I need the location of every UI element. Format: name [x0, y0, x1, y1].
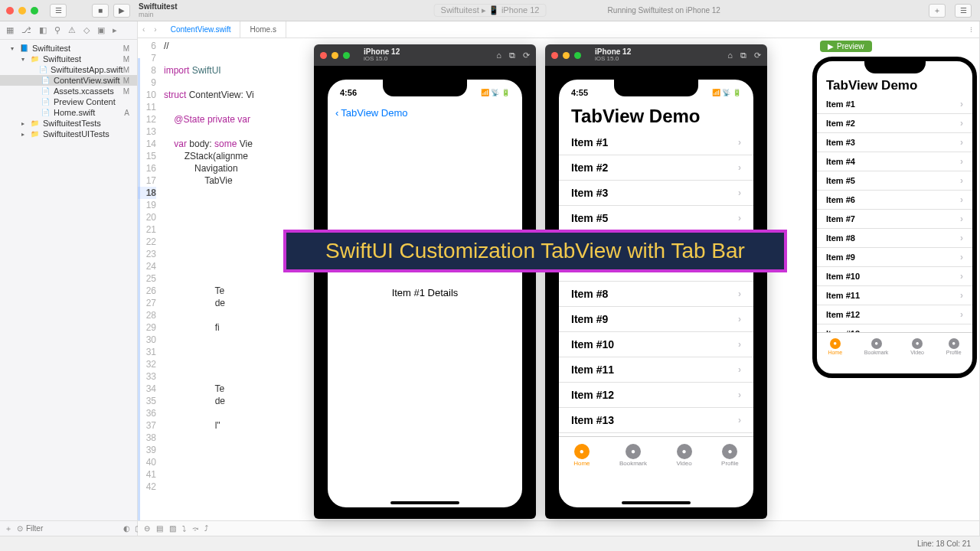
- breakpoint-navigator-icon[interactable]: ▸: [113, 25, 117, 35]
- bookmark-icon: ●: [871, 338, 882, 349]
- file-tree[interactable]: ▾📘SwiftuitestM ▾📁SwiftuitestM 📄Swiftuite…: [0, 40, 137, 520]
- toggle-inspectors-button[interactable]: ☰: [955, 4, 972, 18]
- home-icon[interactable]: ⌂: [496, 51, 501, 60]
- nav-forward-icon[interactable]: ›: [149, 25, 161, 34]
- list-item[interactable]: Item #6›: [817, 191, 972, 210]
- add-file-icon[interactable]: ＋: [5, 523, 12, 534]
- home-indicator[interactable]: [390, 501, 459, 504]
- screenshot-icon[interactable]: ⧉: [509, 51, 515, 60]
- tab-video[interactable]: ●Video: [910, 338, 924, 355]
- home-indicator[interactable]: [622, 501, 691, 504]
- sim-traffic-lights[interactable]: [320, 52, 350, 59]
- list-item[interactable]: Item #4›: [817, 152, 972, 171]
- step-icon[interactable]: ⤵: [182, 524, 186, 533]
- scheme-selector[interactable]: Swiftuitest main: [139, 2, 178, 18]
- tree-group[interactable]: ▸📁SwiftuitestUITests: [0, 129, 137, 139]
- list-item[interactable]: Item #10›: [559, 332, 753, 357]
- symbol-navigator-icon[interactable]: ◧: [39, 25, 47, 35]
- list-item[interactable]: Item #7›: [817, 210, 972, 229]
- nav-back-button[interactable]: ‹TabView Demo: [328, 101, 522, 124]
- source-control-icon[interactable]: ⎇: [21, 25, 31, 35]
- file-row[interactable]: 📄Assets.xcassetsM: [0, 86, 137, 96]
- tab-profile[interactable]: ●Profile: [946, 338, 962, 355]
- scheme-destination[interactable]: Swiftuitest ▸ 📱 iPhone 12: [434, 4, 547, 17]
- file-row[interactable]: 📄Preview Content: [0, 96, 137, 107]
- list-item[interactable]: Item #8›: [817, 229, 972, 248]
- list-item[interactable]: Item #9›: [559, 307, 753, 332]
- navigator-filter-bar: ＋ ⊙ ◐ ▢: [0, 520, 137, 536]
- file-row[interactable]: 📄SwiftuitestApp.swiftM: [0, 64, 137, 75]
- tab-home[interactable]: ●Home: [828, 338, 842, 355]
- list-item[interactable]: Item #3›: [559, 181, 753, 206]
- chevron-right-icon: ›: [960, 233, 963, 243]
- list-item[interactable]: Item #12›: [817, 305, 972, 324]
- tab-home[interactable]: Home.s: [240, 21, 286, 37]
- list-item[interactable]: Item #9›: [817, 248, 972, 267]
- list-item[interactable]: Item #2›: [817, 114, 972, 133]
- stop-button[interactable]: ■: [92, 4, 109, 18]
- chevron-right-icon: ›: [960, 271, 963, 282]
- toggle-navigator-button[interactable]: ☰: [50, 4, 67, 18]
- chevron-right-icon: ›: [738, 187, 741, 198]
- chevron-right-icon: ›: [738, 339, 741, 350]
- preview-badge[interactable]: ▶ Preview: [820, 41, 872, 52]
- window-traffic-lights[interactable]: [6, 7, 38, 15]
- screenshot-icon[interactable]: ⧉: [740, 51, 746, 60]
- tab-video[interactable]: ●Video: [676, 444, 691, 467]
- file-row[interactable]: 📄ContentView.swiftM: [0, 75, 137, 86]
- recent-filter-icon[interactable]: ◐: [123, 524, 130, 533]
- tab-home[interactable]: ●Home: [573, 444, 590, 467]
- project-name: Swiftuitest: [139, 2, 178, 11]
- test-navigator-icon[interactable]: ◇: [83, 25, 90, 35]
- list-item[interactable]: Item #3›: [817, 133, 972, 152]
- scheme-pill: Swiftuitest ▸ 📱 iPhone 12: [434, 4, 547, 17]
- list-item[interactable]: Item #1›: [817, 95, 972, 114]
- file-row[interactable]: 📄Home.swiftA: [0, 107, 137, 118]
- filter-input[interactable]: [26, 524, 123, 533]
- chevron-right-icon: ›: [960, 99, 963, 109]
- debug-navigator-icon[interactable]: ▣: [97, 25, 105, 35]
- chevron-right-icon: ›: [738, 314, 741, 324]
- tab-contentview[interactable]: ContentView.swift: [162, 21, 241, 37]
- chevron-right-icon: ›: [960, 118, 963, 129]
- list-item[interactable]: Item #12›: [559, 383, 753, 408]
- sim-titlebar[interactable]: iPhone 12iOS 15.0 ⌂⧉⟳: [314, 44, 536, 66]
- tree-group[interactable]: ▾📁SwiftuitestM: [0, 54, 137, 64]
- variables-icon[interactable]: ▨: [169, 524, 176, 533]
- home-icon: ●: [830, 338, 841, 349]
- navigator-tabs[interactable]: ▦ ⎇ ◧ ⚲ ⚠ ◇ ▣ ▸: [0, 21, 137, 40]
- find-navigator-icon[interactable]: ⚲: [54, 25, 60, 35]
- nav-back-icon[interactable]: ‹: [138, 25, 149, 34]
- step-over-icon[interactable]: ⤼: [192, 524, 198, 533]
- sim-traffic-lights[interactable]: [551, 52, 581, 59]
- home-icon[interactable]: ⌂: [727, 51, 733, 60]
- library-button[interactable]: ＋: [929, 4, 946, 18]
- list-item[interactable]: Item #5›: [817, 171, 972, 191]
- editor-options-icon[interactable]: ⫶: [963, 25, 979, 34]
- project-navigator-icon[interactable]: ▦: [6, 25, 14, 35]
- list-item[interactable]: Item #5›: [559, 206, 753, 231]
- step-out-icon[interactable]: ⤴: [204, 524, 208, 533]
- tree-group[interactable]: ▸📁SwiftuitestTests: [0, 118, 137, 129]
- list-item[interactable]: Item #8›: [559, 282, 753, 307]
- xcode-toolbar: ☰ ■ ▶ Swiftuitest main Swiftuitest ▸ 📱 i…: [0, 0, 980, 21]
- tab-bookmark[interactable]: ●Bookmark: [864, 338, 889, 355]
- list-item[interactable]: Item #1›: [559, 130, 753, 155]
- tree-root[interactable]: ▾📘SwiftuitestM: [0, 43, 137, 54]
- sim-titlebar[interactable]: iPhone 12iOS 15.0 ⌂⧉⟳: [545, 44, 767, 66]
- rotate-icon[interactable]: ⟳: [754, 51, 761, 60]
- list-item[interactable]: Item #13›: [817, 324, 972, 332]
- list-item[interactable]: Item #11›: [559, 357, 753, 383]
- rotate-icon[interactable]: ⟳: [523, 51, 530, 60]
- list-item[interactable]: Item #10›: [817, 267, 972, 286]
- list-item[interactable]: Item #13›: [559, 408, 753, 433]
- nav-large-title: TabView Demo: [559, 101, 753, 130]
- issue-navigator-icon[interactable]: ⚠: [68, 25, 76, 35]
- console-icon[interactable]: ▤: [156, 524, 163, 533]
- filter-icon[interactable]: ⊖: [144, 524, 150, 533]
- tab-profile[interactable]: ●Profile: [721, 444, 739, 467]
- list-item[interactable]: Item #2›: [559, 155, 753, 181]
- list-item[interactable]: Item #11›: [817, 286, 972, 305]
- run-button[interactable]: ▶: [113, 4, 130, 18]
- tab-bookmark[interactable]: ●Bookmark: [619, 444, 647, 467]
